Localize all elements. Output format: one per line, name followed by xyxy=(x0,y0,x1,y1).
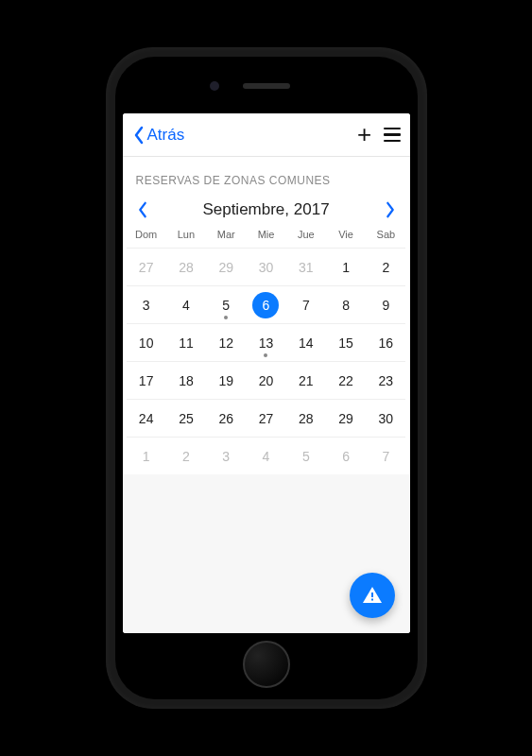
menu-button[interactable] xyxy=(384,128,401,143)
day-number: 2 xyxy=(382,260,389,275)
calendar-day[interactable]: 21 xyxy=(286,361,326,399)
calendar-week: 24252627282930 xyxy=(127,399,406,437)
calendar-day[interactable]: 13 xyxy=(246,323,285,361)
calendar-day[interactable]: 6 xyxy=(326,437,366,474)
day-number: 30 xyxy=(379,411,394,426)
chevron-right-icon xyxy=(385,201,396,218)
calendar-day[interactable]: 17 xyxy=(127,361,166,399)
weekday-label: Lun xyxy=(166,227,206,242)
day-number: 27 xyxy=(139,260,154,275)
app-screen: Atrás + RESERVAS DE ZONAS COMUNES xyxy=(123,113,410,633)
weekday-label: Sab xyxy=(366,227,405,242)
weekday-label: Mar xyxy=(206,227,246,242)
home-button[interactable] xyxy=(243,641,290,688)
calendar-day[interactable]: 24 xyxy=(127,399,166,437)
add-button[interactable]: + xyxy=(352,120,378,149)
phone-speaker xyxy=(243,83,290,89)
day-number: 3 xyxy=(222,449,230,464)
day-number: 23 xyxy=(379,373,394,388)
calendar-day[interactable]: 30 xyxy=(366,399,405,437)
calendar-day[interactable]: 28 xyxy=(286,399,326,437)
day-number: 21 xyxy=(299,373,314,388)
calendar-day[interactable]: 26 xyxy=(206,399,246,437)
calendar-day[interactable]: 2 xyxy=(366,248,405,285)
day-number: 5 xyxy=(302,449,310,464)
day-number: 31 xyxy=(299,260,314,275)
content-area xyxy=(123,474,410,633)
calendar-day[interactable]: 27 xyxy=(246,399,285,437)
month-selector: Septiembre, 2017 xyxy=(123,197,410,227)
day-number: 10 xyxy=(139,335,154,351)
day-number: 2 xyxy=(182,449,190,464)
next-month-button[interactable] xyxy=(376,201,404,218)
day-number: 1 xyxy=(143,449,150,464)
day-number: 11 xyxy=(179,335,194,351)
calendar-day[interactable]: 6 xyxy=(246,285,285,323)
day-number: 22 xyxy=(338,373,353,388)
calendar-day[interactable]: 18 xyxy=(166,361,206,399)
day-number: 3 xyxy=(143,298,150,313)
calendar-day[interactable]: 2 xyxy=(166,437,206,474)
weekday-label: Dom xyxy=(127,227,166,242)
calendar-day[interactable]: 7 xyxy=(366,437,405,474)
calendar-day[interactable]: 7 xyxy=(286,285,326,323)
prev-month-button[interactable] xyxy=(129,201,157,218)
day-number: 4 xyxy=(263,449,270,464)
calendar-day[interactable]: 16 xyxy=(366,323,405,361)
day-number: 20 xyxy=(259,373,274,388)
alert-triangle-icon xyxy=(361,584,384,607)
calendar-day[interactable]: 29 xyxy=(326,399,366,437)
calendar-day[interactable]: 1 xyxy=(127,437,166,474)
day-number: 28 xyxy=(179,260,194,275)
day-number: 9 xyxy=(382,298,389,313)
day-number: 18 xyxy=(179,373,194,388)
calendar-day[interactable]: 25 xyxy=(166,399,206,437)
calendar-day[interactable]: 5 xyxy=(286,437,326,474)
day-number: 13 xyxy=(259,335,274,351)
calendar-day[interactable]: 1 xyxy=(326,248,366,285)
calendar-day[interactable]: 4 xyxy=(166,285,206,323)
day-number: 19 xyxy=(218,373,233,388)
calendar-day[interactable]: 28 xyxy=(166,248,206,285)
calendar-week: 10111213141516 xyxy=(127,323,406,361)
plus-icon: + xyxy=(357,120,371,149)
day-number: 7 xyxy=(382,449,389,464)
day-number: 7 xyxy=(302,298,310,313)
chevron-left-icon xyxy=(137,201,148,218)
calendar-day[interactable]: 20 xyxy=(246,361,285,399)
day-number: 27 xyxy=(259,411,274,426)
calendar-day[interactable]: 14 xyxy=(286,323,326,361)
calendar-week: 1234567 xyxy=(127,437,406,474)
day-number: 26 xyxy=(218,411,233,426)
calendar-day[interactable]: 9 xyxy=(366,285,405,323)
calendar-day[interactable]: 22 xyxy=(326,361,366,399)
calendar-day[interactable]: 8 xyxy=(326,285,366,323)
day-number: 1 xyxy=(342,260,350,275)
calendar-day[interactable]: 19 xyxy=(206,361,246,399)
calendar-day[interactable]: 12 xyxy=(206,323,246,361)
calendar-day[interactable]: 27 xyxy=(127,248,166,285)
calendar-day[interactable]: 11 xyxy=(166,323,206,361)
calendar-week: 272829303112 xyxy=(127,248,406,285)
calendar-day[interactable]: 23 xyxy=(366,361,405,399)
day-number: 29 xyxy=(338,411,353,426)
back-button[interactable]: Atrás xyxy=(132,126,185,145)
day-number: 5 xyxy=(222,298,230,313)
calendar-day[interactable]: 4 xyxy=(246,437,285,474)
calendar-day[interactable]: 3 xyxy=(206,437,246,474)
alert-fab[interactable] xyxy=(350,573,395,618)
day-number: 16 xyxy=(379,335,394,351)
calendar-day[interactable]: 30 xyxy=(246,248,285,285)
calendar-day[interactable]: 29 xyxy=(206,248,246,285)
calendar-day[interactable]: 3 xyxy=(127,285,166,323)
day-number: 24 xyxy=(139,411,154,426)
calendar-day[interactable]: 15 xyxy=(326,323,366,361)
day-number: 14 xyxy=(299,335,314,351)
chevron-left-icon xyxy=(132,126,146,145)
event-dot-icon xyxy=(264,353,267,357)
day-number: 29 xyxy=(218,260,233,275)
calendar-day[interactable]: 10 xyxy=(127,323,166,361)
calendar-day[interactable]: 5 xyxy=(206,285,246,323)
calendar-day[interactable]: 31 xyxy=(286,248,326,285)
day-number: 30 xyxy=(259,260,274,275)
